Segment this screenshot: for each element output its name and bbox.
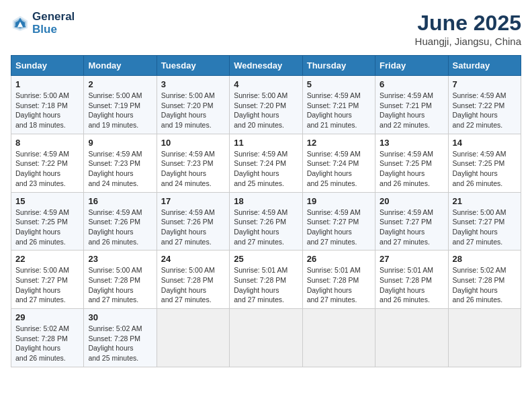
day-info: Sunrise: 4:59 AM Sunset: 7:23 PM Dayligh… xyxy=(88,149,152,189)
day-info: Sunrise: 4:59 AM Sunset: 7:24 PM Dayligh… xyxy=(234,149,298,189)
calendar-cell: 29 Sunrise: 5:02 AM Sunset: 7:28 PM Dayl… xyxy=(11,309,84,367)
calendar-table: SundayMondayTuesdayWednesdayThursdayFrid… xyxy=(11,55,521,367)
day-info: Sunrise: 5:00 AM Sunset: 7:27 PM Dayligh… xyxy=(453,208,517,247)
day-number: 7 xyxy=(453,79,517,89)
day-number: 11 xyxy=(234,138,298,148)
calendar-cell: 24 Sunrise: 5:00 AM Sunset: 7:28 PM Dayl… xyxy=(157,250,229,309)
calendar-cell: 25 Sunrise: 5:01 AM Sunset: 7:28 PM Dayl… xyxy=(230,250,302,309)
day-number: 15 xyxy=(15,196,79,206)
day-number: 12 xyxy=(307,138,371,148)
day-number: 1 xyxy=(15,79,79,89)
day-info: Sunrise: 5:00 AM Sunset: 7:28 PM Dayligh… xyxy=(88,265,152,305)
day-info: Sunrise: 4:59 AM Sunset: 7:27 PM Dayligh… xyxy=(307,208,371,247)
day-info: Sunrise: 5:01 AM Sunset: 7:28 PM Dayligh… xyxy=(307,265,371,305)
calendar-cell: 4 Sunrise: 5:00 AM Sunset: 7:20 PM Dayli… xyxy=(230,76,302,134)
day-number: 21 xyxy=(453,196,517,206)
day-info: Sunrise: 4:59 AM Sunset: 7:25 PM Dayligh… xyxy=(15,208,79,247)
calendar-cell: 23 Sunrise: 5:00 AM Sunset: 7:28 PM Dayl… xyxy=(84,250,157,309)
day-info: Sunrise: 4:59 AM Sunset: 7:26 PM Dayligh… xyxy=(161,208,225,247)
calendar-cell: 16 Sunrise: 4:59 AM Sunset: 7:26 PM Dayl… xyxy=(84,192,157,250)
day-number: 19 xyxy=(307,196,371,206)
day-number: 29 xyxy=(15,312,79,322)
calendar-cell: 6 Sunrise: 4:59 AM Sunset: 7:21 PM Dayli… xyxy=(375,76,448,134)
day-info: Sunrise: 5:00 AM Sunset: 7:18 PM Dayligh… xyxy=(15,91,79,130)
day-number: 3 xyxy=(161,79,225,89)
calendar-cell xyxy=(157,309,229,367)
calendar-cell: 15 Sunrise: 4:59 AM Sunset: 7:25 PM Dayl… xyxy=(11,192,84,250)
day-info: Sunrise: 5:02 AM Sunset: 7:28 PM Dayligh… xyxy=(88,324,152,363)
day-header-tuesday: Tuesday xyxy=(157,56,229,76)
day-info: Sunrise: 4:59 AM Sunset: 7:24 PM Dayligh… xyxy=(307,149,371,189)
day-number: 18 xyxy=(234,196,298,206)
day-header-friday: Friday xyxy=(375,56,448,76)
day-number: 14 xyxy=(453,138,517,148)
day-info: Sunrise: 4:59 AM Sunset: 7:25 PM Dayligh… xyxy=(380,149,443,189)
calendar-header-row: SundayMondayTuesdayWednesdayThursdayFrid… xyxy=(11,56,521,76)
day-info: Sunrise: 5:00 AM Sunset: 7:19 PM Dayligh… xyxy=(88,91,152,130)
day-header-saturday: Saturday xyxy=(448,56,521,76)
day-info: Sunrise: 5:00 AM Sunset: 7:20 PM Dayligh… xyxy=(234,91,298,130)
calendar-cell: 22 Sunrise: 5:00 AM Sunset: 7:27 PM Dayl… xyxy=(11,250,84,309)
calendar-week-5: 29 Sunrise: 5:02 AM Sunset: 7:28 PM Dayl… xyxy=(11,309,521,367)
day-number: 6 xyxy=(380,79,443,89)
day-info: Sunrise: 4:59 AM Sunset: 7:25 PM Dayligh… xyxy=(453,149,517,189)
day-number: 26 xyxy=(307,254,371,264)
calendar-week-2: 8 Sunrise: 4:59 AM Sunset: 7:22 PM Dayli… xyxy=(11,134,521,192)
calendar-week-1: 1 Sunrise: 5:00 AM Sunset: 7:18 PM Dayli… xyxy=(11,76,521,134)
day-info: Sunrise: 5:00 AM Sunset: 7:20 PM Dayligh… xyxy=(161,91,225,130)
calendar-week-4: 22 Sunrise: 5:00 AM Sunset: 7:27 PM Dayl… xyxy=(11,250,521,309)
day-number: 13 xyxy=(380,138,443,148)
calendar-cell: 19 Sunrise: 4:59 AM Sunset: 7:27 PM Dayl… xyxy=(302,192,375,250)
calendar-cell: 1 Sunrise: 5:00 AM Sunset: 7:18 PM Dayli… xyxy=(11,76,84,134)
month-title: June 2025 xyxy=(415,11,521,36)
title-block: June 2025 Huangji, Jiangsu, China xyxy=(415,11,521,47)
day-info: Sunrise: 5:00 AM Sunset: 7:27 PM Dayligh… xyxy=(15,265,79,305)
day-info: Sunrise: 5:02 AM Sunset: 7:28 PM Dayligh… xyxy=(15,324,79,363)
calendar-cell: 9 Sunrise: 4:59 AM Sunset: 7:23 PM Dayli… xyxy=(84,134,157,192)
calendar-cell: 2 Sunrise: 5:00 AM Sunset: 7:19 PM Dayli… xyxy=(84,76,157,134)
calendar-cell: 28 Sunrise: 5:02 AM Sunset: 7:28 PM Dayl… xyxy=(448,250,521,309)
calendar-cell: 17 Sunrise: 4:59 AM Sunset: 7:26 PM Dayl… xyxy=(157,192,229,250)
day-header-monday: Monday xyxy=(84,56,157,76)
day-info: Sunrise: 5:01 AM Sunset: 7:28 PM Dayligh… xyxy=(234,265,298,305)
day-info: Sunrise: 5:01 AM Sunset: 7:28 PM Dayligh… xyxy=(380,265,443,305)
day-info: Sunrise: 4:59 AM Sunset: 7:26 PM Dayligh… xyxy=(234,208,298,247)
calendar-cell: 12 Sunrise: 4:59 AM Sunset: 7:24 PM Dayl… xyxy=(302,134,375,192)
logo: General Blue xyxy=(11,11,75,36)
day-info: Sunrise: 5:02 AM Sunset: 7:28 PM Dayligh… xyxy=(453,265,517,305)
calendar-cell xyxy=(448,309,521,367)
day-number: 27 xyxy=(380,254,443,264)
day-info: Sunrise: 4:59 AM Sunset: 7:22 PM Dayligh… xyxy=(15,149,79,189)
calendar-cell: 10 Sunrise: 4:59 AM Sunset: 7:23 PM Dayl… xyxy=(157,134,229,192)
day-number: 16 xyxy=(88,196,152,206)
calendar-cell: 20 Sunrise: 4:59 AM Sunset: 7:27 PM Dayl… xyxy=(375,192,448,250)
calendar-cell: 11 Sunrise: 4:59 AM Sunset: 7:24 PM Dayl… xyxy=(230,134,302,192)
day-header-sunday: Sunday xyxy=(11,56,84,76)
calendar-cell xyxy=(375,309,448,367)
day-info: Sunrise: 4:59 AM Sunset: 7:21 PM Dayligh… xyxy=(307,91,371,130)
calendar-cell: 13 Sunrise: 4:59 AM Sunset: 7:25 PM Dayl… xyxy=(375,134,448,192)
logo-icon xyxy=(11,14,30,33)
day-number: 25 xyxy=(234,254,298,264)
calendar-cell: 5 Sunrise: 4:59 AM Sunset: 7:21 PM Dayli… xyxy=(302,76,375,134)
day-header-wednesday: Wednesday xyxy=(230,56,302,76)
day-number: 23 xyxy=(88,254,152,264)
calendar-week-3: 15 Sunrise: 4:59 AM Sunset: 7:25 PM Dayl… xyxy=(11,192,521,250)
day-number: 22 xyxy=(15,254,79,264)
calendar-cell xyxy=(302,309,375,367)
day-number: 8 xyxy=(15,138,79,148)
calendar-cell: 7 Sunrise: 4:59 AM Sunset: 7:22 PM Dayli… xyxy=(448,76,521,134)
location: Huangji, Jiangsu, China xyxy=(415,36,521,47)
day-number: 5 xyxy=(307,79,371,89)
calendar-cell: 26 Sunrise: 5:01 AM Sunset: 7:28 PM Dayl… xyxy=(302,250,375,309)
calendar-cell xyxy=(230,309,302,367)
day-number: 4 xyxy=(234,79,298,89)
day-info: Sunrise: 4:59 AM Sunset: 7:27 PM Dayligh… xyxy=(380,208,443,247)
day-info: Sunrise: 4:59 AM Sunset: 7:26 PM Dayligh… xyxy=(88,208,152,247)
day-info: Sunrise: 4:59 AM Sunset: 7:22 PM Dayligh… xyxy=(453,91,517,130)
day-number: 10 xyxy=(161,138,225,148)
calendar-cell: 14 Sunrise: 4:59 AM Sunset: 7:25 PM Dayl… xyxy=(448,134,521,192)
day-info: Sunrise: 4:59 AM Sunset: 7:21 PM Dayligh… xyxy=(380,91,443,130)
page-header: General Blue June 2025 Huangji, Jiangsu,… xyxy=(11,11,521,47)
day-info: Sunrise: 4:59 AM Sunset: 7:23 PM Dayligh… xyxy=(161,149,225,189)
